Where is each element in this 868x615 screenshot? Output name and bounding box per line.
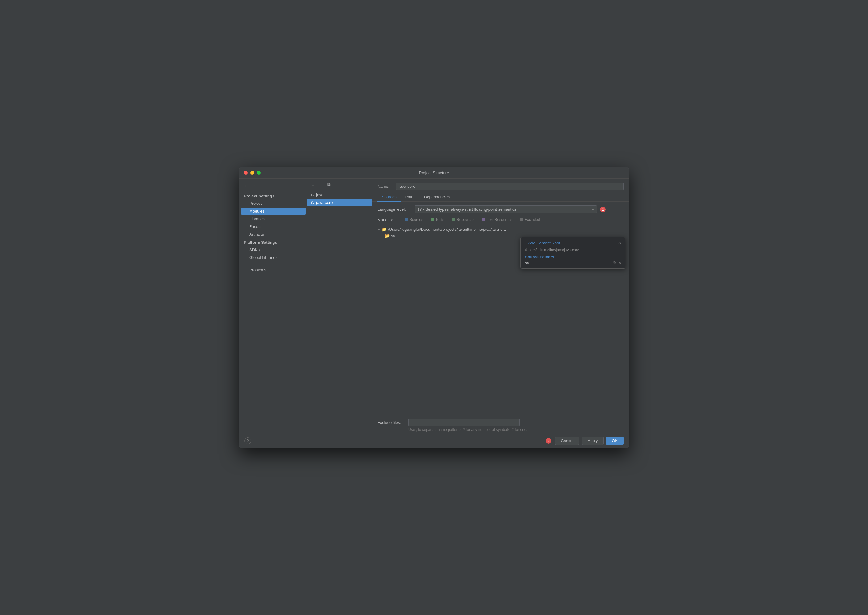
maximize-button[interactable] [257,171,261,175]
popup-path: /Users/…ittimeline/java/java-core [525,248,621,252]
sidebar-item-global-libraries[interactable]: Global Libraries [240,254,306,261]
add-content-root-button[interactable]: + Add Content Root [525,241,560,245]
center-toolbar: + − ⧉ [308,179,372,191]
popup-section-title: Source Folders [525,254,621,259]
mark-sources-button[interactable]: Sources [403,217,425,222]
tree-root-path: /Users/liuguanglei/Documents/projects/ja… [388,227,506,232]
mark-as-row: Mark as: Sources Tests Resources [378,217,624,222]
badge1-row: 1 [600,207,606,212]
name-label: Name: [378,184,393,189]
project-settings-header: Project Settings [239,192,307,200]
exclude-section: Exclude files: Use ; to separate name pa… [372,416,629,433]
sidebar: ← → Project Settings Project Modules Lib… [239,179,308,433]
mark-testres-label: Test Resources [487,217,512,222]
mark-tests-button[interactable]: Tests [429,217,446,222]
tab-dependencies[interactable]: Dependencies [420,193,454,202]
footer-right: 2 Cancel Apply OK [546,437,624,445]
tree-item-java[interactable]: 🗂 java [308,191,372,198]
excluded-color-icon [520,218,523,221]
sidebar-item-project[interactable]: Project [240,200,306,207]
forward-button[interactable]: → [251,183,256,188]
popup-src-actions: ✎ × [613,261,621,265]
help-button[interactable]: ? [244,437,251,444]
mark-resources-button[interactable]: Resources [450,217,476,222]
tree-item-java-core[interactable]: 🗂 java-core [308,198,372,206]
testres-color-icon [482,218,486,221]
mark-as-label: Mark as: [378,217,399,222]
tab-paths[interactable]: Paths [401,193,420,202]
popup-remove-button[interactable]: × [618,261,621,265]
mark-excluded-label: Excluded [525,217,540,222]
popup-close-button[interactable]: × [618,240,621,245]
exclude-hint: Use ; to separate name patterns, * for a… [408,428,624,432]
dialog-title: Project Structure [419,170,449,175]
nav-back-forward: ← → [239,182,307,192]
main-content: ← → Project Settings Project Modules Lib… [239,179,629,433]
sidebar-item-modules[interactable]: Modules [240,208,306,215]
close-button[interactable] [244,171,248,175]
right-panel: Name: Sources Paths Dependencies Languag… [372,179,629,433]
folder-icon-java: 🗂 [311,192,315,197]
src-folder-icon: 📂 [385,234,390,238]
lang-level-label: Language level: [378,207,411,212]
sources-color-icon [405,218,408,221]
mark-resources-label: Resources [457,217,474,222]
platform-settings-header: Platform Settings [239,238,307,246]
badge-2: 2 [546,438,551,443]
name-row: Name: [372,179,629,193]
title-bar: Project Structure [239,167,629,179]
tree-root-folder-icon: 📁 [382,227,387,232]
name-input[interactable] [396,183,624,190]
project-structure-dialog: Project Structure ← → Project Settings P… [239,167,629,448]
center-panel: + − ⧉ 🗂 java 🗂 java-core [308,179,372,433]
mark-excluded-button[interactable]: Excluded [518,217,542,222]
traffic-lights [244,171,261,175]
tabs-row: Sources Paths Dependencies [372,193,629,202]
remove-module-button[interactable]: − [318,182,323,188]
popup-src-row: src ✎ × [525,261,621,265]
minimize-button[interactable] [250,171,254,175]
resources-color-icon [452,218,455,221]
popup-edit-button[interactable]: ✎ [613,261,617,265]
source-folders-popup: + Add Content Root × /Users/…ittimeline/… [520,237,626,268]
ok-button[interactable]: OK [606,437,624,445]
src-folder-label: src [391,234,396,238]
tree-item-java-label: java [316,192,323,197]
exclude-files-input[interactable] [408,418,520,426]
sidebar-item-problems[interactable]: Problems [240,266,306,273]
sidebar-item-libraries[interactable]: Libraries [240,215,306,222]
cancel-button[interactable]: Cancel [555,437,579,445]
mark-sources-label: Sources [409,217,423,222]
copy-module-button[interactable]: ⧉ [326,181,332,188]
exclude-row: Exclude files: [378,418,624,426]
mark-tests-label: Tests [436,217,444,222]
tests-color-icon [431,218,434,221]
tree-root-row[interactable]: ▼ 📁 /Users/liuguanglei/Documents/project… [378,226,624,233]
footer: ? 2 Cancel Apply OK [239,433,629,448]
sidebar-item-sdks[interactable]: SDKs [240,246,306,253]
tree-chevron-icon: ▼ [378,228,381,231]
popup-src-label: src [525,261,530,265]
content-area: Language level: 17 - Sealed types, alway… [372,202,629,416]
tree-item-java-core-label: java-core [316,200,333,205]
lang-level-select[interactable]: 17 - Sealed types, always-strict floatin… [415,205,597,213]
tab-sources[interactable]: Sources [378,193,401,202]
sidebar-item-facets[interactable]: Facets [240,223,306,230]
apply-button[interactable]: Apply [582,437,604,445]
popup-header: + Add Content Root × [525,240,621,245]
badge-1: 1 [600,207,606,212]
lang-select-wrapper: 17 - Sealed types, always-strict floatin… [415,205,597,213]
back-button[interactable]: ← [244,183,248,188]
add-module-button[interactable]: + [311,182,316,188]
mark-test-resources-button[interactable]: Test Resources [481,217,514,222]
sidebar-item-artifacts[interactable]: Artifacts [240,231,306,238]
exclude-files-label: Exclude files: [378,420,405,425]
folder-icon-java-core: 🗂 [311,200,315,205]
lang-level-row: Language level: 17 - Sealed types, alway… [378,205,624,213]
